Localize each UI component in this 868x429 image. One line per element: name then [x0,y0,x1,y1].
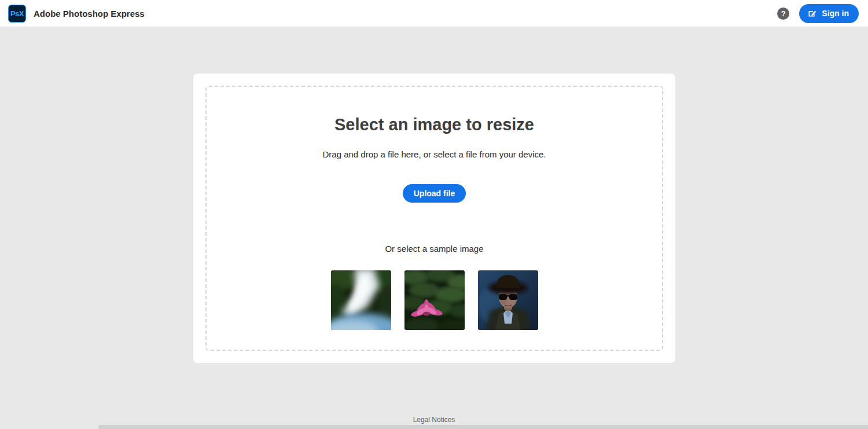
horizontal-scrollbar-thumb[interactable] [98,425,868,429]
sample-prompt-label: Or select a sample image [385,244,483,254]
logo-text: PsX [10,9,24,18]
sign-in-button[interactable]: Sign in [799,4,859,23]
sample-image-waterfall[interactable] [331,270,391,330]
photoshop-express-logo: PsX [8,5,26,23]
waterfall-image [331,270,391,330]
file-dropzone[interactable]: Select an image to resize Drag and drop … [205,86,663,351]
legal-notices-link[interactable]: Legal Notices [0,416,868,424]
upload-file-button[interactable]: Upload file [403,184,466,203]
top-app-bar: PsX Adobe Photoshop Express ? Sign in [0,0,868,27]
help-glyph: ? [781,9,786,18]
sign-in-icon [807,9,817,19]
water-lily-image [404,270,465,330]
upload-card: Select an image to resize Drag and drop … [193,74,675,363]
drop-instructions: Drag and drop a file here, or select a f… [322,149,546,160]
sample-image-portrait[interactable] [478,270,538,330]
page-title: Select an image to resize [334,115,534,134]
main-content: Select an image to resize Drag and drop … [0,27,868,429]
portrait-image [478,270,538,330]
sample-image-water-lily[interactable] [404,270,465,330]
sample-image-row [331,270,538,330]
app-title: Adobe Photoshop Express [34,9,145,19]
sign-in-label: Sign in [822,9,849,18]
help-icon[interactable]: ? [777,8,789,20]
